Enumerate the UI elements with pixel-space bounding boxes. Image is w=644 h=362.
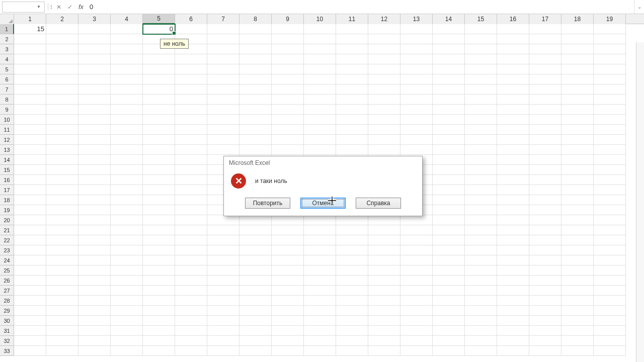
cell[interactable] (336, 34, 368, 44)
cell[interactable] (46, 64, 78, 74)
row-header[interactable]: 16 (0, 175, 14, 185)
cell[interactable] (368, 44, 400, 54)
cell[interactable] (239, 296, 272, 306)
cell[interactable] (529, 286, 561, 296)
cell[interactable] (78, 225, 111, 235)
retry-button[interactable]: Повторить (245, 198, 290, 209)
cell[interactable] (14, 245, 46, 255)
cell[interactable] (46, 215, 78, 225)
cell[interactable] (111, 95, 143, 105)
cell[interactable] (561, 245, 594, 255)
cell[interactable] (368, 64, 400, 74)
cell[interactable] (368, 326, 400, 336)
cell[interactable] (78, 265, 111, 276)
cell[interactable] (529, 34, 561, 44)
cell[interactable] (143, 165, 175, 175)
cell[interactable] (239, 64, 272, 74)
cell[interactable] (239, 115, 272, 125)
cell[interactable] (529, 135, 561, 145)
cell[interactable] (368, 74, 400, 84)
cell[interactable] (368, 95, 400, 105)
cell[interactable] (400, 296, 433, 306)
cell[interactable] (272, 105, 304, 115)
cell[interactable] (175, 286, 207, 296)
cell[interactable] (207, 54, 239, 64)
cell[interactable] (594, 74, 626, 84)
cell[interactable] (400, 316, 433, 326)
cell[interactable] (433, 115, 465, 125)
cell[interactable] (561, 255, 594, 265)
cell[interactable] (433, 135, 465, 145)
cell[interactable] (400, 265, 433, 276)
cell[interactable] (465, 235, 497, 245)
cell[interactable] (561, 195, 594, 205)
cell[interactable] (14, 105, 46, 115)
cell[interactable] (175, 195, 207, 205)
cell[interactable] (433, 255, 465, 265)
row-header[interactable]: 3 (0, 44, 14, 54)
cell[interactable] (272, 64, 304, 74)
column-header[interactable]: 9 (272, 14, 304, 24)
cell[interactable] (175, 225, 207, 235)
cell[interactable] (561, 276, 594, 286)
cell[interactable] (400, 84, 433, 95)
cell[interactable] (368, 245, 400, 255)
cell[interactable] (143, 336, 175, 346)
cell[interactable] (272, 265, 304, 276)
cell[interactable] (497, 74, 529, 84)
cell[interactable] (207, 235, 239, 245)
cell[interactable] (143, 135, 175, 145)
cell[interactable] (14, 336, 46, 346)
cell[interactable] (400, 346, 433, 356)
cell[interactable] (143, 125, 175, 135)
cell[interactable] (465, 54, 497, 64)
cell[interactable] (336, 276, 368, 286)
expand-formula-icon[interactable]: ⌄ (634, 0, 644, 14)
cell[interactable] (111, 316, 143, 326)
cell[interactable] (529, 255, 561, 265)
cell[interactable] (400, 44, 433, 54)
cell[interactable] (529, 125, 561, 135)
cell[interactable] (272, 296, 304, 306)
cell[interactable] (304, 74, 336, 84)
column-header[interactable]: 5 (143, 14, 175, 24)
cell[interactable] (336, 265, 368, 276)
cell[interactable] (368, 286, 400, 296)
cell[interactable] (400, 115, 433, 125)
cell[interactable] (497, 276, 529, 286)
formula-input[interactable] (87, 2, 634, 13)
cell[interactable] (175, 105, 207, 115)
cell[interactable] (400, 125, 433, 135)
cell[interactable] (465, 165, 497, 175)
cell[interactable] (336, 24, 368, 34)
cell[interactable] (497, 286, 529, 296)
cell[interactable] (561, 235, 594, 245)
cell[interactable] (336, 326, 368, 336)
cell[interactable] (561, 265, 594, 276)
cell[interactable] (465, 115, 497, 125)
column-header[interactable]: 3 (78, 14, 111, 24)
cell[interactable] (304, 125, 336, 135)
cell[interactable] (561, 336, 594, 346)
cell[interactable] (143, 185, 175, 195)
cell[interactable] (239, 125, 272, 135)
cell[interactable] (497, 306, 529, 316)
cell[interactable] (594, 276, 626, 286)
cell[interactable] (143, 84, 175, 95)
cell[interactable] (529, 245, 561, 255)
cell[interactable] (272, 95, 304, 105)
cell[interactable] (368, 276, 400, 286)
row-header[interactable]: 11 (0, 125, 14, 135)
cell[interactable] (46, 286, 78, 296)
cell[interactable] (561, 115, 594, 125)
row-header[interactable]: 17 (0, 185, 14, 195)
cell[interactable] (175, 95, 207, 105)
cell[interactable] (304, 235, 336, 245)
column-header[interactable]: 13 (400, 14, 433, 24)
name-box[interactable]: ▼ (2, 2, 45, 13)
column-header[interactable]: 14 (433, 14, 465, 24)
cell[interactable] (497, 296, 529, 306)
cell[interactable] (111, 276, 143, 286)
column-header[interactable]: 12 (368, 14, 400, 24)
cell[interactable] (14, 326, 46, 336)
